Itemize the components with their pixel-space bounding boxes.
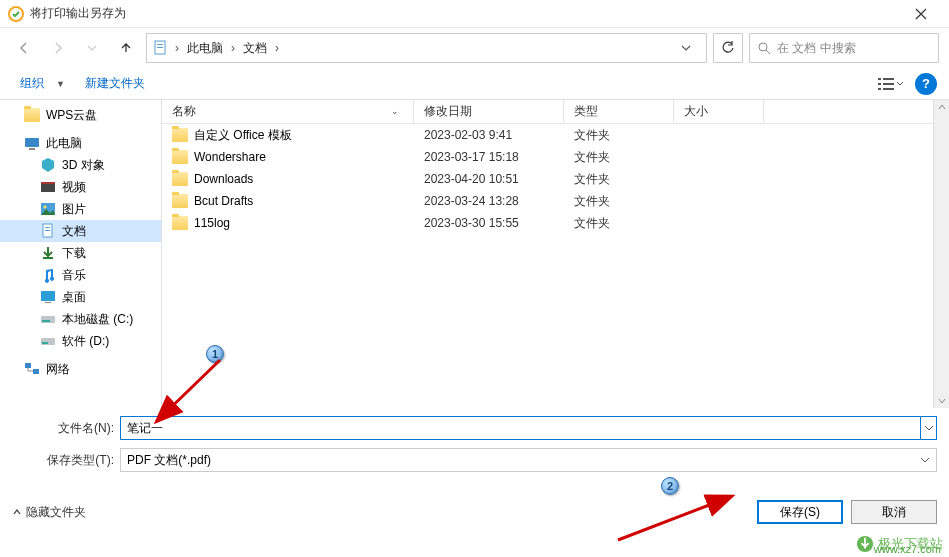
back-button[interactable] <box>10 34 38 62</box>
help-button[interactable]: ? <box>915 73 937 95</box>
sidebar-desktop[interactable]: 桌面 <box>0 286 161 308</box>
file-type: 文件夹 <box>564 215 674 232</box>
svg-rect-9 <box>878 88 881 90</box>
column-date[interactable]: 修改日期 <box>414 100 564 123</box>
sidebar-item-label: 桌面 <box>62 289 86 306</box>
file-type: 文件夹 <box>564 171 674 188</box>
folder-icon <box>172 150 188 164</box>
svg-rect-11 <box>25 138 39 147</box>
file-type: 文件夹 <box>564 127 674 144</box>
filetype-value: PDF 文档(*.pdf) <box>127 452 211 469</box>
sidebar-item-label: WPS云盘 <box>46 107 97 124</box>
sidebar-3d-objects[interactable]: 3D 对象 <box>0 154 161 176</box>
sidebar-pictures[interactable]: 图片 <box>0 198 161 220</box>
view-mode-button[interactable] <box>871 73 911 95</box>
sidebar-item-label: 文档 <box>62 223 86 240</box>
filename-dropdown[interactable] <box>921 416 937 440</box>
sidebar-network[interactable]: 网络 <box>0 358 161 380</box>
file-row[interactable]: 115log2023-03-30 15:55文件夹 <box>162 212 949 234</box>
file-type: 文件夹 <box>564 193 674 210</box>
sidebar-soft-d[interactable]: 软件 (D:) <box>0 330 161 352</box>
file-row[interactable]: Bcut Drafts2023-03-24 13:28文件夹 <box>162 190 949 212</box>
file-type: 文件夹 <box>564 149 674 166</box>
file-date: 2023-04-20 10:51 <box>414 172 564 186</box>
file-date: 2023-03-17 15:18 <box>414 150 564 164</box>
network-icon <box>24 361 40 377</box>
address-bar[interactable]: › 此电脑 › 文档 › <box>146 33 707 63</box>
pictures-icon <box>40 201 56 217</box>
organize-button[interactable]: 组织 <box>12 73 52 94</box>
annotation-callout-1: 1 <box>206 345 224 363</box>
recent-dropdown[interactable] <box>78 34 106 62</box>
svg-point-16 <box>44 206 47 209</box>
search-placeholder: 在 文档 中搜索 <box>777 40 856 57</box>
svg-rect-21 <box>41 291 55 301</box>
sidebar-music[interactable]: 音乐 <box>0 264 161 286</box>
app-icon <box>8 6 24 22</box>
file-row[interactable]: 自定义 Office 模板2023-02-03 9:41文件夹 <box>162 124 949 146</box>
scroll-up-icon <box>937 102 947 112</box>
svg-rect-14 <box>41 182 55 184</box>
file-name: Downloads <box>194 172 253 186</box>
file-date: 2023-03-30 15:55 <box>414 216 564 230</box>
close-button[interactable] <box>901 0 941 28</box>
sidebar-documents[interactable]: 文档 <box>0 220 161 242</box>
sidebar-item-label: 音乐 <box>62 267 86 284</box>
watermark-logo-icon <box>856 535 874 553</box>
breadcrumb-folder[interactable]: 文档 <box>241 40 269 57</box>
column-size[interactable]: 大小 <box>674 100 764 123</box>
svg-rect-26 <box>42 342 48 344</box>
svg-rect-27 <box>25 363 31 368</box>
svg-rect-12 <box>29 148 35 150</box>
cloud-folder-icon <box>24 107 40 123</box>
search-icon <box>758 42 771 55</box>
scrollbar[interactable] <box>933 100 949 408</box>
refresh-button[interactable] <box>713 33 743 63</box>
file-list: 名称⌄ 修改日期 类型 大小 自定义 Office 模板2023-02-03 9… <box>162 100 949 408</box>
new-folder-button[interactable]: 新建文件夹 <box>77 73 153 94</box>
cancel-button[interactable]: 取消 <box>851 500 937 524</box>
hide-folders-toggle[interactable]: 隐藏文件夹 <box>12 504 86 521</box>
sidebar-item-label: 图片 <box>62 201 86 218</box>
filename-input[interactable] <box>120 416 921 440</box>
svg-rect-8 <box>883 83 894 85</box>
svg-rect-2 <box>157 44 163 45</box>
svg-rect-5 <box>878 78 881 80</box>
address-dropdown[interactable] <box>672 43 700 53</box>
folder-icon <box>172 216 188 230</box>
file-row[interactable]: Wondershare2023-03-17 15:18文件夹 <box>162 146 949 168</box>
folder-icon <box>172 194 188 208</box>
scroll-down-icon <box>937 396 947 406</box>
sidebar-downloads[interactable]: 下载 <box>0 242 161 264</box>
pc-icon <box>24 135 40 151</box>
filetype-select[interactable]: PDF 文档(*.pdf) <box>120 448 937 472</box>
organize-dropdown-icon[interactable]: ▼ <box>56 79 73 89</box>
svg-rect-3 <box>157 47 163 48</box>
sidebar-videos[interactable]: 视频 <box>0 176 161 198</box>
sidebar-this-pc[interactable]: 此电脑 <box>0 132 161 154</box>
svg-rect-28 <box>33 369 39 374</box>
folder-icon <box>172 172 188 186</box>
file-date: 2023-03-24 13:28 <box>414 194 564 208</box>
hide-folders-label: 隐藏文件夹 <box>26 504 86 521</box>
chevron-right-icon: › <box>173 41 181 55</box>
downloads-icon <box>40 245 56 261</box>
save-button[interactable]: 保存(S) <box>757 500 843 524</box>
search-box[interactable]: 在 文档 中搜索 <box>749 33 939 63</box>
sidebar-wps-cloud[interactable]: WPS云盘 <box>0 104 161 126</box>
forward-button[interactable] <box>44 34 72 62</box>
svg-rect-6 <box>883 78 894 80</box>
sidebar-local-c[interactable]: 本地磁盘 (C:) <box>0 308 161 330</box>
chevron-up-icon <box>12 507 22 517</box>
documents-icon <box>153 40 169 56</box>
up-button[interactable] <box>112 34 140 62</box>
file-row[interactable]: Downloads2023-04-20 10:51文件夹 <box>162 168 949 190</box>
desktop-icon <box>40 289 56 305</box>
sidebar-item-label: 本地磁盘 (C:) <box>62 311 133 328</box>
filetype-label: 保存类型(T): <box>12 452 120 469</box>
breadcrumb-root[interactable]: 此电脑 <box>185 40 225 57</box>
column-name[interactable]: 名称⌄ <box>162 100 414 123</box>
column-type[interactable]: 类型 <box>564 100 674 123</box>
chevron-right-icon: › <box>229 41 237 55</box>
svg-point-4 <box>759 43 767 51</box>
